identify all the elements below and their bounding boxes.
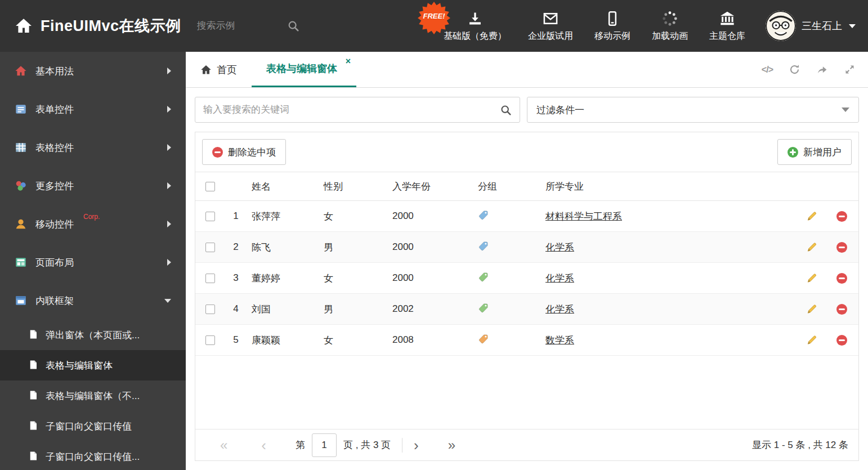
edit-pencil-icon[interactable] (806, 272, 818, 284)
table-row[interactable]: 3 董婷婷 女 2000 化学系 (195, 263, 858, 294)
edit-pencil-icon[interactable] (806, 241, 818, 253)
delete-row-icon[interactable] (836, 211, 847, 222)
sidebar-item-page-layout[interactable]: 页面布局 (0, 243, 186, 281)
row-index: 3 (225, 272, 247, 284)
major-link[interactable]: 化学系 (545, 242, 574, 253)
brand[interactable]: FineUIMvc在线示例 (15, 16, 181, 36)
sidebar-item-iframe[interactable]: 内联框架 (0, 281, 186, 320)
app-window: FineUIMvc在线示例 FREE! 基础版（免费） (0, 0, 868, 470)
row-name: 张萍萍 (247, 210, 319, 223)
nav-label: 移动示例 (594, 30, 630, 42)
nav-loading-animation[interactable]: 加载动画 (652, 10, 688, 42)
tab-active-label: 表格与编辑窗体 (266, 62, 337, 75)
sidebar-item-mobile-controls[interactable]: 移动控件 Corp. (0, 205, 186, 243)
sidebar-item-more-controls[interactable]: 更多控件 (0, 167, 186, 205)
nav-theme-repo[interactable]: 主题仓库 (709, 10, 745, 42)
pager-first-icon[interactable]: « (220, 438, 227, 452)
edit-pencil-icon[interactable] (806, 303, 818, 315)
chevron-right-icon (167, 259, 171, 266)
sidebar-subitem-grid-edit-window-alt[interactable]: 表格与编辑窗体（不... (0, 381, 186, 411)
tab-grid-edit-window[interactable]: 表格与编辑窗体 × (252, 52, 356, 87)
expand-icon[interactable] (844, 64, 856, 75)
row-gender: 男 (319, 241, 388, 254)
nav-mobile-demo[interactable]: 移动示例 (594, 10, 630, 42)
column-header-major[interactable]: 所学专业 (541, 180, 799, 193)
major-link[interactable]: 化学系 (545, 304, 574, 315)
major-link[interactable]: 化学系 (545, 273, 574, 284)
header-search[interactable] (197, 20, 312, 32)
row-checkbox[interactable] (205, 274, 215, 283)
sidebar-subitem-grid-edit-window[interactable]: 表格与编辑窗体 (0, 350, 186, 381)
mobile-icon (605, 10, 620, 26)
share-icon[interactable] (816, 64, 828, 75)
page-content: 过滤条件一 删除选中项 新增用户 (186, 88, 868, 470)
tab-home[interactable]: 首页 (186, 52, 252, 87)
chevron-right-icon (167, 144, 171, 151)
row-checkbox[interactable] (205, 243, 215, 252)
nav-label: 企业版试用 (528, 30, 573, 42)
column-header-year[interactable]: 入学年份 (388, 180, 473, 193)
table-body: 1 张萍萍 女 2000 材料科学与工程系 2 陈飞 男 2000 化学 (195, 201, 858, 356)
tab-bar: 首页 表格与编辑窗体 × </> (186, 52, 868, 88)
row-checkbox[interactable] (205, 212, 215, 221)
sidebar-item-form-controls[interactable]: 表单控件 (0, 90, 186, 128)
pager-next-icon[interactable]: › (414, 438, 419, 453)
column-header-name[interactable]: 姓名 (247, 180, 319, 193)
edit-pencil-icon[interactable] (806, 334, 818, 346)
row-name: 刘国 (247, 303, 319, 316)
column-header-gender[interactable]: 性别 (319, 180, 388, 193)
grid-toolbar: 删除选中项 新增用户 (195, 132, 858, 172)
delete-row-icon[interactable] (836, 273, 847, 284)
delete-row-icon[interactable] (836, 335, 847, 346)
spinner-icon (662, 10, 678, 26)
view-source-icon[interactable]: </> (762, 65, 773, 75)
major-link[interactable]: 数学系 (545, 335, 574, 346)
tag-icon (478, 212, 489, 223)
filter-dropdown[interactable]: 过滤条件一 (527, 97, 859, 123)
frame-icon (15, 294, 27, 307)
delete-row-icon[interactable] (836, 242, 847, 253)
table-row[interactable]: 1 张萍萍 女 2000 材料科学与工程系 (195, 201, 858, 232)
search-icon[interactable] (287, 20, 299, 32)
table-row[interactable]: 2 陈飞 男 2000 化学系 (195, 232, 858, 263)
row-checkbox[interactable] (205, 335, 215, 345)
pager-prev-icon[interactable]: ‹ (261, 438, 266, 453)
chevron-down-icon (842, 108, 849, 112)
table-row[interactable]: 4 刘国 男 2002 化学系 (195, 294, 858, 325)
nav-label: 主题仓库 (709, 30, 745, 42)
filter-row: 过滤条件一 (195, 97, 859, 123)
delete-selected-button[interactable]: 删除选中项 (202, 139, 286, 165)
pager-last-icon[interactable]: » (448, 438, 455, 452)
user-menu[interactable]: 三生石上 (766, 11, 856, 41)
edit-pencil-icon[interactable] (806, 210, 818, 222)
sidebar-subitem-child-to-parent[interactable]: 子窗口向父窗口传值 (0, 411, 186, 441)
delete-row-icon[interactable] (836, 304, 847, 315)
search-icon[interactable] (500, 104, 512, 116)
file-icon (28, 329, 38, 341)
nav-enterprise-trial[interactable]: 企业版试用 (528, 10, 573, 42)
nav-basic-free[interactable]: FREE! 基础版（免费） (444, 10, 507, 42)
select-all-checkbox[interactable] (205, 182, 215, 191)
tab-tools: </> (762, 52, 868, 87)
column-header-group[interactable]: 分组 (473, 180, 541, 193)
pagination-bar: « ‹ 第 页 , 共 3 页 › » 显示 1 - 5 条 , 共 12 条 (195, 429, 858, 460)
add-user-button[interactable]: 新增用户 (777, 139, 852, 165)
keyword-search[interactable] (195, 97, 520, 123)
major-link[interactable]: 材料科学与工程系 (545, 211, 622, 222)
table-header: 姓名 性别 入学年份 分组 所学专业 (195, 172, 858, 201)
sidebar-subitem-popup-window[interactable]: 弹出窗体（本页面或... (0, 320, 186, 350)
row-gender: 女 (319, 334, 388, 347)
sidebar-item-table-controls[interactable]: 表格控件 (0, 128, 186, 167)
refresh-icon[interactable] (789, 64, 800, 75)
tag-icon (478, 336, 489, 347)
sidebar-subitem-child-to-parent-alt[interactable]: 子窗口向父窗口传值... (0, 441, 186, 470)
pager-page-prefix: 第 (296, 438, 305, 451)
header-search-input[interactable] (197, 20, 287, 32)
row-checkbox[interactable] (205, 305, 215, 314)
close-tab-icon[interactable]: × (346, 57, 351, 66)
nav-label: 加载动画 (652, 30, 688, 42)
sidebar-item-basic-usage[interactable]: 基本用法 (0, 52, 186, 90)
pager-page-input[interactable] (312, 433, 337, 457)
table-row[interactable]: 5 康颖颖 女 2008 数学系 (195, 325, 858, 356)
keyword-search-input[interactable] (203, 104, 500, 115)
